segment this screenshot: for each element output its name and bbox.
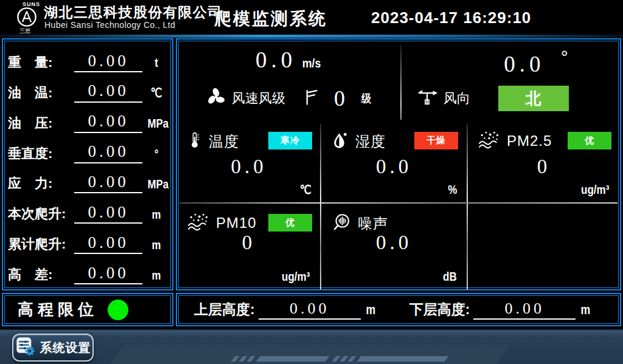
metric-label: 垂直度: bbox=[8, 143, 71, 163]
header: SUNS 三思 湖北三思科技股份有限公司 Hubei Sansi Technol… bbox=[0, 0, 623, 35]
wind-speed-readout: 0.0 m/s bbox=[177, 47, 401, 73]
metric-unit: ℃ bbox=[148, 83, 165, 103]
wind-level-icon bbox=[304, 87, 319, 110]
wind-level-unit: 级 bbox=[361, 91, 371, 106]
header-accent-line bbox=[0, 35, 623, 38]
metric-row-verticality: 垂直度: 0.00 ° bbox=[8, 136, 167, 163]
env-cell-label: 湿度 bbox=[355, 132, 386, 151]
metric-row-current-climb: 本次爬升: 0.00 m bbox=[8, 196, 167, 224]
metric-row-weight: 重 量: 0.00 t bbox=[8, 44, 167, 72]
company-name-en: Hubei Sansi Technology Co., Ltd bbox=[44, 20, 175, 30]
lower-height-label: 下层高度: bbox=[409, 300, 470, 319]
metric-row-height-difference: 高 差: 0.00 m bbox=[8, 256, 167, 284]
wind-direction-unit: ° bbox=[561, 47, 568, 67]
elevation-limit-label: 高程限位 bbox=[18, 299, 98, 320]
thermometer-icon bbox=[187, 130, 203, 153]
layer-heights-panel: 上层高度: 0.00 m 下层高度: 0.00 m bbox=[176, 293, 621, 326]
env-cell-empty bbox=[468, 204, 620, 289]
metric-value: 0.00 bbox=[74, 51, 142, 72]
env-cell-value: 0.0 bbox=[177, 156, 321, 178]
metric-value: 0.00 bbox=[74, 81, 142, 102]
pm25-icon bbox=[478, 130, 501, 152]
env-cell-label: 噪声 bbox=[358, 214, 388, 233]
env-cell-label: PM2.5 bbox=[507, 132, 552, 149]
env-cell-unit: % bbox=[448, 183, 458, 197]
metric-value: 0.00 bbox=[74, 172, 142, 193]
lower-height-value: 0.00 bbox=[473, 300, 576, 320]
taskbar-deco-stripe bbox=[357, 356, 448, 362]
metric-row-oil-pressure: 油 压: 0.00 MPa bbox=[8, 105, 167, 133]
metric-value: 0.00 bbox=[74, 142, 142, 163]
metric-label: 累计爬升: bbox=[8, 234, 71, 254]
env-cell-noise: 噪声 0.0 dB bbox=[321, 204, 467, 289]
page-title: 爬模监测系统 bbox=[214, 7, 327, 30]
env-cell-unit: dB bbox=[443, 270, 457, 284]
env-cell-unit: ug/m³ bbox=[282, 270, 310, 284]
wind-section-divider bbox=[400, 44, 402, 120]
taskbar: 系统设置 bbox=[0, 329, 623, 364]
metric-value: 0.00 bbox=[74, 233, 142, 254]
wind-speed-section: 风速风级 0 级 bbox=[205, 82, 372, 115]
company-logo-icon bbox=[15, 7, 38, 30]
climbing-formwork-monitor-screen: SUNS 三思 湖北三思科技股份有限公司 Hubei Sansi Technol… bbox=[0, 0, 623, 364]
env-cell-value: 0.0 bbox=[321, 232, 467, 254]
env-cell-unit: ℃ bbox=[299, 182, 311, 197]
wind-speed-label: 风速风级 bbox=[232, 89, 285, 108]
status-badge-good: 优 bbox=[268, 214, 312, 232]
wind-speed-value: 0.0 bbox=[256, 47, 296, 72]
env-cell-value: 0 bbox=[468, 156, 620, 178]
metric-unit: MPa bbox=[148, 174, 165, 194]
wind-direction-section: 风向 北 bbox=[416, 82, 569, 115]
wind-level-value: 0 bbox=[334, 86, 345, 111]
datetime-display: 2023-04-17 16:29:10 bbox=[371, 9, 531, 27]
metric-label: 应 力: bbox=[8, 173, 71, 193]
system-settings-button[interactable]: 系统设置 bbox=[12, 334, 94, 362]
status-badge-cold: 寒冷 bbox=[268, 132, 312, 149]
metric-unit: m bbox=[148, 205, 165, 224]
wind-vane-icon bbox=[416, 86, 439, 111]
metric-label: 本次爬升: bbox=[8, 204, 71, 224]
lower-height-unit: m bbox=[581, 302, 593, 318]
pm10-icon bbox=[187, 212, 210, 234]
humidity-icon bbox=[331, 130, 349, 153]
elevation-limit-indicator bbox=[108, 300, 128, 320]
upper-height-unit: m bbox=[366, 302, 377, 318]
env-cell-temperature: 温度 寒冷 0.0 ℃ bbox=[177, 122, 321, 202]
status-badge-good: 优 bbox=[568, 132, 611, 149]
settings-icon bbox=[15, 336, 36, 359]
environment-panel: 0.0 m/s 风速风级 0 级 bbox=[176, 38, 621, 290]
metric-row-stress: 应 力: 0.00 MPa bbox=[8, 165, 167, 193]
company-name-cn: 湖北三思科技股份有限公司 bbox=[44, 3, 223, 22]
wind-direction-label: 风向 bbox=[444, 89, 470, 108]
metric-label: 油 压: bbox=[8, 113, 71, 133]
upper-height-value: 0.00 bbox=[259, 300, 361, 320]
env-cell-pm25: PM2.5 优 0 ug/m³ bbox=[468, 122, 620, 202]
metric-unit: ° bbox=[148, 144, 165, 163]
env-cell-value: 0 bbox=[177, 232, 321, 254]
status-badge-dry: 干燥 bbox=[414, 132, 458, 149]
metrics-panel: 重 量: 0.00 t 油 温: 0.00 ℃ 油 压: 0.00 MPa 垂直… bbox=[2, 38, 173, 290]
env-cell-pm10: PM10 优 0 ug/m³ bbox=[177, 204, 321, 289]
wind-direction-value: 0.0 bbox=[504, 52, 545, 77]
taskbar-deco-stripe bbox=[256, 356, 329, 362]
metric-value: 0.00 bbox=[74, 202, 142, 224]
env-cell-value: 0.0 bbox=[321, 156, 467, 178]
env-cell-unit: ug/m³ bbox=[581, 183, 609, 197]
elevation-limit-panel: 高程限位 bbox=[2, 293, 173, 326]
metric-value: 0.00 bbox=[74, 263, 142, 284]
metric-unit: m bbox=[148, 235, 165, 255]
env-cell-label: PM10 bbox=[216, 215, 257, 232]
metric-unit: t bbox=[148, 53, 165, 72]
metric-label: 重 量: bbox=[8, 52, 71, 72]
wind-direction-readout: 0.0 ° bbox=[433, 47, 623, 77]
wind-direction-badge: 北 bbox=[498, 86, 569, 111]
metric-value: 0.00 bbox=[74, 111, 142, 132]
env-cell-humidity: 湿度 干燥 0.0 % bbox=[321, 122, 467, 202]
metric-unit: MPa bbox=[148, 114, 165, 133]
upper-height-label: 上层高度: bbox=[194, 300, 255, 319]
wind-speed-unit: m/s bbox=[302, 56, 321, 70]
env-cell-label: 温度 bbox=[209, 132, 239, 151]
settings-button-label: 系统设置 bbox=[40, 340, 91, 356]
metric-label: 油 温: bbox=[8, 83, 71, 103]
fan-icon bbox=[205, 86, 227, 111]
